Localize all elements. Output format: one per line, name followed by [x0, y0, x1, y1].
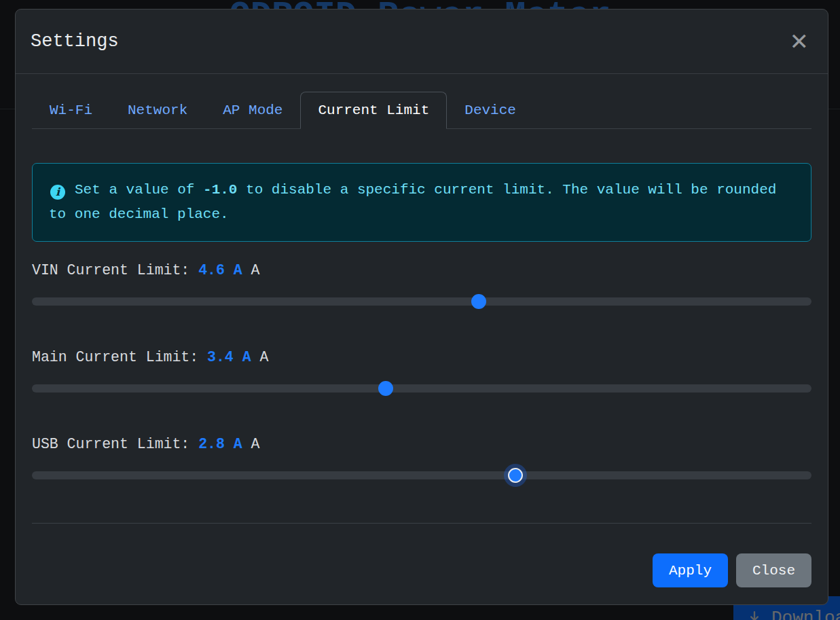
usb-current-limit-value: 2.8 A: [198, 436, 242, 452]
main-current-limit-unit: A: [251, 349, 269, 365]
info-alert-text: Set a value of -1.0 to disable a specifi…: [49, 182, 776, 222]
sliders-section: VIN Current Limit: 4.6 A AMain Current L…: [32, 262, 811, 484]
usb-current-limit-slider-track[interactable]: [32, 471, 811, 479]
close-button[interactable]: Close: [736, 553, 811, 587]
vin-current-limit-slider[interactable]: [32, 293, 811, 310]
vin-current-limit-label-text: VIN Current Limit:: [32, 262, 198, 278]
usb-current-limit-group: USB Current Limit: 2.8 A A: [32, 436, 811, 484]
usb-current-limit-slider[interactable]: [32, 467, 811, 484]
vin-current-limit-value: 4.6 A: [198, 262, 242, 278]
modal-title: Settings: [31, 31, 119, 52]
main-current-limit-value: 3.4 A: [207, 349, 251, 365]
main-current-limit-label-text: Main Current Limit:: [32, 349, 207, 365]
main-current-limit-slider-thumb[interactable]: [378, 381, 393, 396]
settings-modal: Settings ✕ Wi-FiNetworkAP ModeCurrent Li…: [15, 9, 828, 605]
main-current-limit-slider-track[interactable]: [32, 384, 811, 393]
tab-ap-mode[interactable]: AP Mode: [205, 92, 300, 129]
tab-current-limit[interactable]: Current Limit: [300, 92, 447, 129]
tab-wi-fi[interactable]: Wi-Fi: [32, 92, 110, 129]
footer-divider: [32, 523, 811, 524]
usb-current-limit-label: USB Current Limit: 2.8 A A: [32, 436, 811, 452]
apply-button[interactable]: Apply: [653, 553, 728, 587]
usb-current-limit-unit: A: [242, 436, 260, 452]
info-alert: iSet a value of -1.0 to disable a specif…: [32, 163, 811, 242]
alert-highlight-value: -1.0: [203, 182, 237, 198]
main-current-limit-label: Main Current Limit: 3.4 A A: [32, 349, 811, 365]
modal-footer: Apply Close: [16, 535, 828, 604]
vin-current-limit-group: VIN Current Limit: 4.6 A A: [32, 262, 811, 310]
main-current-limit-slider[interactable]: [32, 380, 811, 397]
modal-body: Wi-FiNetworkAP ModeCurrent LimitDevice i…: [16, 74, 828, 535]
main-current-limit-group: Main Current Limit: 3.4 A A: [32, 349, 811, 397]
vin-current-limit-slider-track[interactable]: [32, 297, 811, 306]
vin-current-limit-unit: A: [242, 262, 260, 278]
vin-current-limit-label: VIN Current Limit: 4.6 A A: [32, 262, 811, 278]
tab-network[interactable]: Network: [110, 92, 205, 129]
modal-header: Settings ✕: [16, 10, 828, 74]
tab-device[interactable]: Device: [447, 92, 534, 129]
vin-current-limit-slider-thumb[interactable]: [471, 294, 486, 309]
usb-current-limit-label-text: USB Current Limit:: [32, 436, 198, 452]
info-icon: i: [50, 185, 65, 200]
usb-current-limit-slider-thumb[interactable]: [508, 468, 523, 483]
tab-bar: Wi-FiNetworkAP ModeCurrent LimitDevice: [32, 92, 811, 129]
close-icon[interactable]: ✕: [788, 30, 811, 53]
